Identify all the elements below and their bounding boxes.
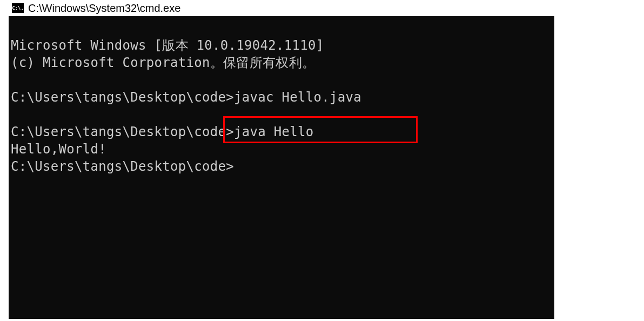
banner-line-1: Microsoft Windows [版本 10.0.19042.1110] (11, 38, 324, 53)
banner-line-2: (c) Microsoft Corporation。保留所有权利。 (11, 55, 315, 70)
cmd-1: javac Hello.java (234, 90, 361, 105)
titlebar[interactable]: C:\. C:\Windows\System32\cmd.exe (9, 0, 554, 16)
prompt-3: C:\Users\tangs\Desktop\code> (11, 159, 234, 174)
cmd-2: java Hello (234, 124, 314, 139)
cursor (234, 160, 240, 174)
output-line-1: Hello,World! (11, 142, 106, 157)
prompt-1: C:\Users\tangs\Desktop\code> (11, 90, 234, 105)
prompt-2: C:\Users\tangs\Desktop\code> (11, 124, 234, 139)
command-line-2: C:\Users\tangs\Desktop\code>java Hello (11, 124, 313, 139)
command-line-1: C:\Users\tangs\Desktop\code>javac Hello.… (11, 90, 361, 105)
terminal-body[interactable]: Microsoft Windows [版本 10.0.19042.1110] (… (9, 16, 554, 319)
cmd-icon: C:\. (12, 3, 24, 13)
cmd-window: C:\. C:\Windows\System32\cmd.exe Microso… (9, 0, 554, 319)
command-line-3: C:\Users\tangs\Desktop\code> (11, 159, 240, 174)
window-title: C:\Windows\System32\cmd.exe (28, 2, 180, 15)
